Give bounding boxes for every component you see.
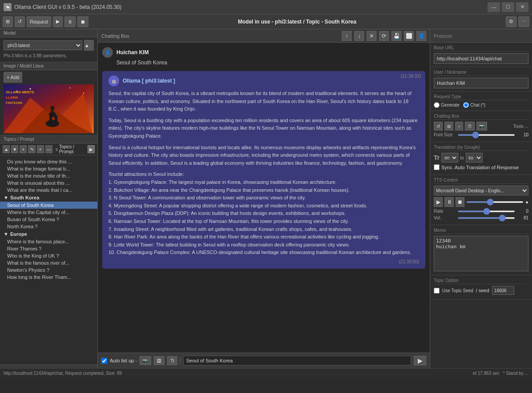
font-size-slider[interactable] [458, 134, 515, 136]
pause-button[interactable]: ⏸ [64, 16, 76, 27]
topic-famous-place[interactable]: Where is the famous place... [0, 238, 97, 245]
chat-input[interactable] [183, 356, 411, 365]
maximize-button[interactable]: ☐ [502, 2, 514, 12]
status-url: http://localhost:11434/api/chat, Request… [4, 371, 122, 376]
ai-timestamp-top: (21:39:32) [400, 74, 421, 79]
ai-para-4: Tourist attractions in Seoul include: 1.… [108, 171, 419, 257]
refresh-button[interactable]: ↺ [15, 16, 25, 27]
prompt-item[interactable]: What is the movie title of th... [0, 172, 97, 179]
clock-icon-btn[interactable]: ⏱ [465, 122, 475, 131]
topic-add[interactable]: + [20, 145, 27, 153]
close-button[interactable]: ✕ [516, 2, 528, 12]
group-europe[interactable]: ▼ Europe [0, 230, 97, 238]
topic-edit[interactable]: ✎ [28, 145, 35, 153]
trans-to-select[interactable]: ko en ja [466, 153, 483, 163]
tts-pause-btn[interactable]: ⏸ [444, 197, 453, 207]
prompt-item[interactable]: What is the Image format b... [0, 165, 97, 172]
grid-icon-btn[interactable]: ⊞ [444, 122, 453, 131]
use-topic-seed-label: Use Topic Seed [442, 288, 473, 293]
settings-button[interactable]: ⚙ [506, 16, 516, 27]
user-button[interactable]: 👤 [416, 31, 426, 41]
ai-para-3: Seoul is a cultural hotspot for internat… [108, 144, 419, 167]
model-select[interactable]: phi3:latest [4, 40, 82, 50]
tts-play-btn[interactable]: ▶ [434, 197, 443, 207]
ai-para-2: Today, Seoul is a bustling city with a p… [108, 117, 419, 140]
camera-icon-btn[interactable]: 📷 [476, 122, 487, 131]
trans-from-select[interactable]: en ko ja [441, 153, 458, 163]
memo-textarea[interactable]: 12340 huichan km [434, 236, 528, 271]
refresh-chat-button[interactable]: ⟳ [379, 31, 389, 41]
topic-river-length[interactable]: How long is the River Tham... [0, 274, 97, 281]
memo-section: Memo 12340 huichan km [430, 225, 532, 275]
model-info-button[interactable]: ▲ [84, 40, 94, 51]
right-panel: Protocol Base URL User / Nickname Reques… [430, 29, 532, 368]
svg-point-10 [30, 88, 31, 90]
topic-river-thames[interactable]: River Thames ? [0, 245, 97, 252]
seed-slash-label: / seed [476, 288, 489, 293]
image-button[interactable]: 🖼 [154, 356, 164, 365]
prompt-item[interactable]: What are the meals that I ca... [0, 187, 97, 194]
more-button[interactable]: ⋯ [518, 16, 529, 27]
chat-messages[interactable]: 👤 Huichan KIM Seoul of South Korea (21:3… [98, 43, 430, 353]
tts-stop-btn[interactable]: ⏹ [456, 197, 464, 207]
group-europe-label: Europe [10, 231, 27, 237]
ai-avatar: 🤖 [108, 75, 119, 86]
user-input[interactable] [434, 78, 528, 88]
tts-voice-select[interactable]: Microsoft David Desktop - Englis... [434, 186, 528, 195]
add-image-button[interactable]: + Add [4, 72, 22, 83]
center-panel: Chatting Box ↑ ↓ ✕ ⟳ 💾 ⬜ 👤 👤 Huichan KIM… [98, 29, 430, 368]
minimize-button[interactable]: — [488, 2, 500, 12]
topic-seoul[interactable]: Seoul of South Korea [0, 202, 97, 209]
play-button[interactable]: ▶ [53, 16, 63, 27]
topic-nav-down[interactable]: ▼ [11, 145, 18, 153]
topic-run[interactable]: ▶ [88, 145, 95, 153]
svg-point-11 [70, 87, 71, 88]
auto-list-label: Auto list up - [110, 358, 137, 363]
prompt-item[interactable]: Do you know who drew this ... [0, 158, 97, 165]
base-url-input[interactable] [434, 53, 528, 64]
tts-main-slider[interactable] [466, 201, 524, 203]
topic-north-korea[interactable]: North Korea ? [0, 223, 97, 230]
stop-button[interactable]: ⏹ [77, 16, 88, 27]
user-message: 👤 Huichan KIM Seoul of South Korea [102, 47, 425, 66]
generate-label: Generate [441, 103, 460, 107]
save-button[interactable]: 💾 [392, 31, 401, 41]
toolbar-title: Model in use - phi3:latest / Topic - Sou… [90, 19, 504, 25]
refresh-icon-btn[interactable]: ↺ [434, 122, 443, 131]
download-button[interactable]: ↓ [354, 31, 364, 41]
svg-text:FANTASMA: FANTASMA [6, 101, 23, 104]
expand-button[interactable]: ⬜ [404, 31, 414, 41]
circle-icon-btn[interactable]: ○ [455, 122, 463, 131]
topic-famous-river[interactable]: What is the famous river of... [0, 259, 97, 266]
text-button[interactable]: Tt [167, 356, 177, 365]
topic-newton[interactable]: Newton's Physics ? [0, 266, 97, 274]
rate-value: 0 [518, 209, 528, 214]
group-south-korea[interactable]: ▼ South Korea [0, 194, 97, 202]
topic-remove[interactable]: — [45, 145, 52, 153]
capture-button[interactable]: 📷 [140, 356, 151, 365]
topic-nav-up[interactable]: ▲ [3, 145, 10, 153]
topic-add2[interactable]: + [37, 145, 44, 153]
radio-chat[interactable] [463, 102, 469, 108]
auto-list-checkbox[interactable] [101, 358, 107, 364]
chat-input-bar: Auto list up - 📷 🖼 Tt ▶ [98, 353, 430, 368]
rate-slider[interactable] [458, 210, 515, 212]
layout-button[interactable]: ⊞ [3, 16, 13, 27]
vol-slider[interactable] [458, 217, 515, 219]
request-type-section: Request Type Generate Chat (*) [430, 91, 532, 111]
radio-generate[interactable] [434, 102, 440, 108]
left-hscroll[interactable] [0, 365, 97, 368]
sync-auto-checkbox[interactable] [434, 164, 440, 170]
clear-button[interactable]: ✕ [367, 31, 376, 41]
seed-input[interactable] [492, 286, 514, 295]
prompt-item[interactable]: What is unusual about this ... [0, 179, 97, 187]
upload-button[interactable]: ↑ [342, 31, 352, 41]
send-button[interactable]: ▶ [414, 356, 426, 365]
use-topic-seed-checkbox[interactable] [434, 288, 440, 294]
topic-king-uk[interactable]: Who is the King of UK ? [0, 252, 97, 259]
topic-capital[interactable]: Where is the Capital city of... [0, 209, 97, 216]
model-section-label: Model [4, 31, 16, 36]
request-button[interactable]: Request [27, 16, 51, 27]
svg-text:OLLAMA MEETS: OLLAMA MEETS [6, 90, 34, 94]
topic-busan[interactable]: Busan of South Korea ? [0, 216, 97, 223]
